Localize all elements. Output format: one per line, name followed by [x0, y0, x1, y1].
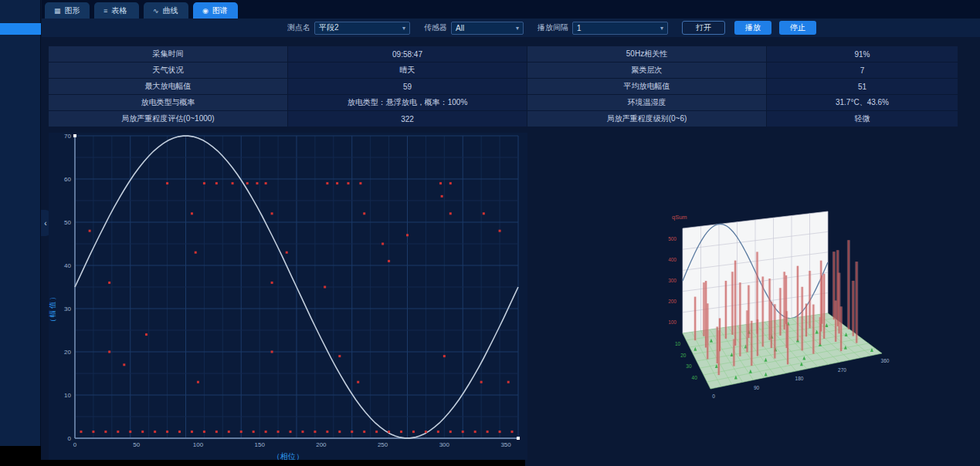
table-value: 59 — [288, 79, 527, 94]
svg-text:0: 0 — [73, 441, 77, 448]
svg-text:0: 0 — [68, 435, 72, 442]
tab-table[interactable]: ≡ 表格 — [94, 2, 139, 19]
chart-icon: ◉ — [202, 7, 209, 15]
svg-text:40: 40 — [64, 262, 71, 269]
svg-text:300: 300 — [439, 441, 450, 448]
svg-text:qSum: qSum — [672, 214, 687, 221]
svg-text:100: 100 — [193, 441, 204, 448]
bottom-strip — [0, 460, 525, 466]
tab-label: 表格 — [111, 5, 127, 16]
chevron-down-icon: ▾ — [516, 25, 519, 32]
tab-bar: ▦ 图形 ≡ 表格 ∿ 曲线 ◉ 图谱 — [42, 0, 980, 19]
prpd-2d-chart: 050100150200250300350010203040506070（幅值） — [49, 133, 527, 460]
table-value: 09:58:47 — [288, 46, 527, 62]
dashboard-root: ‹ ▦ 图形 ≡ 表格 ∿ 曲线 ◉ 图谱 测点名 平段2 ▾ 传感器 — [0, 0, 980, 466]
svg-text:300: 300 — [668, 278, 677, 283]
table-value: 放电类型：悬浮放电，概率：100% — [288, 95, 527, 110]
svg-text:200: 200 — [668, 299, 677, 304]
chevron-down-icon: ▾ — [660, 25, 663, 32]
tab-label: 曲线 — [163, 5, 178, 16]
table-label: 局放严重程度评估(0~1000) — [49, 111, 288, 127]
tab-graph[interactable]: ▦ 图形 — [45, 2, 90, 19]
tab-label: 图形 — [65, 5, 80, 16]
svg-text:（幅值）: （幅值） — [49, 292, 56, 326]
filter-point-label: 测点名 — [287, 22, 310, 33]
svg-text:10: 10 — [675, 341, 681, 346]
svg-text:270: 270 — [838, 367, 846, 373]
list-icon: ≡ — [103, 7, 107, 15]
table-row: 局放严重程度评估(0~1000)322局放严重程度级别(0~6)轻微 — [49, 111, 959, 127]
stop-button[interactable]: 停止 — [779, 21, 816, 35]
svg-text:40: 40 — [692, 375, 698, 380]
curve-icon: ∿ — [153, 7, 159, 15]
table-value: 31.7°C、43.6% — [767, 95, 958, 110]
tab-spectrum[interactable]: ◉ 图谱 — [193, 2, 238, 19]
table-label: 放电类型与概率 — [49, 95, 288, 110]
prpd-3d-svg: 50040030020010010203040090180270360qSum — [649, 199, 896, 423]
table-value: 91% — [767, 46, 958, 62]
chevron-down-icon: ▾ — [402, 25, 405, 32]
filter-sensor: 传感器 All ▾ — [424, 22, 524, 35]
table-value: 322 — [288, 111, 527, 127]
sidebar-active-item[interactable] — [0, 23, 41, 35]
interval-select-value: 1 — [577, 24, 582, 32]
table-value: 7 — [767, 62, 958, 78]
sensor-select[interactable]: All ▾ — [451, 22, 524, 35]
interval-select[interactable]: 1 ▾ — [572, 22, 668, 35]
svg-text:50: 50 — [64, 219, 71, 226]
svg-text:30: 30 — [64, 306, 71, 312]
table-label: 50Hz相关性 — [527, 46, 767, 62]
table-row: 采集时间09:58:4750Hz相关性91% — [49, 46, 959, 62]
tab-label: 图谱 — [212, 5, 228, 16]
point-select-value: 平段2 — [319, 22, 339, 33]
point-select[interactable]: 平段2 ▾ — [314, 22, 410, 35]
svg-text:20: 20 — [64, 349, 71, 356]
table-value: 51 — [767, 79, 958, 94]
table-label: 采集时间 — [49, 46, 288, 62]
svg-text:180: 180 — [795, 376, 804, 381]
svg-text:360: 360 — [881, 358, 890, 363]
svg-text:500: 500 — [668, 236, 677, 241]
filter-interval-label: 播放间隔 — [537, 22, 568, 33]
svg-text:60: 60 — [64, 176, 71, 183]
filter-sensor-label: 传感器 — [424, 22, 447, 33]
open-button[interactable]: 打开 — [682, 21, 725, 35]
table-value: 轻微 — [767, 111, 958, 127]
svg-text:250: 250 — [378, 441, 388, 448]
info-table: 采集时间09:58:4750Hz相关性91%天气状况晴天聚类层次7最大放电幅值5… — [49, 46, 959, 127]
svg-text:20: 20 — [680, 353, 687, 358]
table-row: 天气状况晴天聚类层次7 — [49, 62, 959, 78]
table-row: 放电类型与概率放电类型：悬浮放电，概率：100%环境温湿度31.7°C、43.6… — [49, 95, 959, 110]
table-row: 最大放电幅值59平均放电幅值51 — [49, 79, 959, 94]
svg-text:150: 150 — [254, 441, 265, 448]
svg-text:350: 350 — [500, 441, 511, 448]
toolbar: 测点名 平段2 ▾ 传感器 All ▾ 播放间隔 1 ▾ 打开 播放 停止 — [42, 19, 980, 37]
svg-text:70: 70 — [64, 133, 71, 140]
table-value: 晴天 — [288, 62, 527, 78]
sensor-select-value: All — [456, 24, 464, 32]
prpd-2d-svg: 050100150200250300350010203040506070（幅值） — [49, 133, 527, 460]
table-label: 平均放电幅值 — [527, 79, 767, 94]
svg-text:90: 90 — [754, 385, 760, 390]
sidebar — [0, 0, 41, 466]
svg-text:400: 400 — [668, 257, 677, 262]
svg-text:0: 0 — [712, 393, 715, 399]
table-label: 聚类层次 — [527, 62, 767, 78]
play-button[interactable]: 播放 — [734, 21, 771, 35]
svg-text:200: 200 — [316, 441, 327, 448]
svg-text:50: 50 — [133, 441, 140, 448]
filter-point: 测点名 平段2 ▾ — [287, 22, 410, 35]
prpd-3d-chart: 50040030020010010203040090180270360qSum — [649, 199, 896, 423]
svg-text:30: 30 — [686, 363, 692, 369]
grid-icon: ▦ — [54, 7, 61, 15]
table-label: 局放严重程度级别(0~6) — [527, 111, 767, 127]
tab-curve[interactable]: ∿ 曲线 — [144, 2, 188, 19]
table-label: 天气状况 — [49, 62, 288, 78]
table-label: 最大放电幅值 — [49, 79, 288, 94]
svg-text:100: 100 — [668, 319, 677, 325]
table-label: 环境温湿度 — [527, 95, 767, 110]
svg-text:10: 10 — [64, 392, 71, 399]
filter-interval: 播放间隔 1 ▾ — [537, 22, 668, 35]
